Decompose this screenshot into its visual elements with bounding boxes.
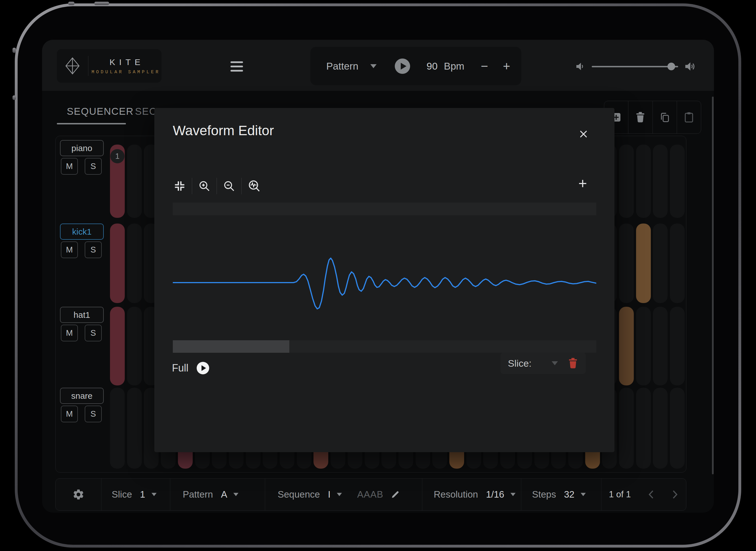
solo-button-piano[interactable]: S [85, 158, 102, 175]
step-cell-kick1-1[interactable] [110, 223, 125, 303]
chevron-left-icon[interactable] [648, 490, 655, 499]
side-button[interactable] [12, 95, 16, 100]
chevron-down-icon[interactable] [552, 361, 558, 365]
track-name-button-hat1[interactable]: hat1 [60, 307, 104, 323]
slice-label: Slice [112, 489, 132, 500]
close-icon[interactable] [577, 128, 590, 140]
step-cell-kick1-31[interactable] [619, 223, 634, 303]
volume-slider-thumb[interactable] [667, 63, 675, 70]
pattern-selector-label[interactable]: Pattern [326, 60, 358, 72]
mute-button-kick1[interactable]: M [61, 241, 78, 258]
menu-icon[interactable] [231, 61, 243, 72]
step-cell-hat1-1[interactable] [110, 307, 125, 386]
settings-button[interactable] [56, 479, 101, 510]
page-pager: 1 of 1 [601, 479, 686, 510]
gear-icon [72, 488, 85, 501]
step-cell-hat1-2[interactable] [127, 307, 142, 386]
resolution-selector[interactable]: Resolution 1/16 [422, 479, 521, 510]
slice-select-panel: Slice: [500, 353, 586, 374]
vertical-scrollbar[interactable] [712, 97, 714, 474]
play-button[interactable] [394, 58, 411, 74]
mute-button-snare[interactable]: M [61, 406, 78, 422]
active-tab-underline [57, 123, 126, 124]
waveform-overview-strip[interactable] [173, 202, 596, 215]
chevron-down-icon[interactable] [370, 64, 376, 68]
zoom-in-icon [198, 180, 211, 192]
step-cell-snare-33[interactable] [653, 388, 668, 469]
zoom-out-icon [223, 180, 235, 192]
volume-down-button[interactable] [94, 2, 109, 5]
step-cell-kick1-2[interactable] [127, 223, 142, 303]
step-cell-kick1-33[interactable] [653, 223, 668, 303]
side-button[interactable] [12, 48, 16, 53]
zoom-out-button[interactable] [221, 180, 237, 192]
solo-button-kick1[interactable]: S [85, 241, 102, 258]
pattern-value: A [221, 489, 227, 500]
copy-pattern-button[interactable] [653, 101, 677, 133]
play-full-label: Full [172, 362, 189, 374]
chevron-down-icon [152, 493, 157, 496]
zoom-waveform-icon [247, 179, 261, 193]
zoom-to-waveform-button[interactable] [246, 179, 262, 193]
tab-sequencer[interactable]: SEQUENCER [67, 106, 134, 117]
chevron-right-icon[interactable] [671, 490, 679, 499]
step-cell-piano-31[interactable] [619, 144, 634, 218]
step-cell-piano-1[interactable]: 1 [110, 144, 125, 218]
add-slice-button[interactable]: + [578, 176, 587, 191]
track-name-button-piano[interactable]: piano [60, 140, 104, 156]
step-cell-piano-32[interactable] [636, 144, 651, 218]
step-cell-snare-31[interactable] [619, 388, 634, 469]
mute-button-piano[interactable]: M [61, 158, 78, 175]
transport-panel: Pattern 90 Bpm − + [310, 47, 521, 85]
solo-button-hat1[interactable]: S [85, 325, 102, 342]
play-full-row: Full [172, 362, 210, 375]
app-title: KITE [105, 57, 145, 67]
track-name-button-kick1[interactable]: kick1 [60, 223, 104, 240]
step-cell-kick1-34[interactable] [670, 223, 685, 303]
slice-select-label: Slice: [508, 358, 531, 369]
chevron-down-icon [233, 493, 238, 496]
paste-pattern-button[interactable] [677, 101, 701, 133]
bpm-decrease-button[interactable]: − [481, 60, 488, 72]
waveform-display[interactable] [173, 215, 596, 338]
delete-pattern-button[interactable] [628, 101, 652, 133]
bpm-unit-label: Bpm [444, 60, 464, 72]
volume-high-icon[interactable] [684, 61, 696, 72]
step-cell-snare-1[interactable] [110, 388, 125, 469]
trash-icon [567, 358, 578, 369]
fit-view-button[interactable] [171, 180, 188, 192]
step-cell-hat1-33[interactable] [653, 307, 668, 386]
step-cell-snare-32[interactable] [636, 388, 651, 469]
step-cell-snare-34[interactable] [670, 388, 685, 469]
step-cell-snare-2[interactable] [127, 388, 142, 469]
volume-low-icon[interactable] [575, 61, 585, 72]
step-cell-piano-33[interactable] [653, 144, 668, 218]
track-name-button-snare[interactable]: snare [60, 388, 104, 404]
step-cell-hat1-32[interactable] [636, 307, 651, 386]
zoom-in-button[interactable] [196, 180, 213, 192]
trash-icon [635, 112, 646, 123]
mute-button-hat1[interactable]: M [61, 325, 78, 342]
pattern-selector[interactable]: Pattern A [170, 479, 265, 510]
step-cell-hat1-34[interactable] [670, 307, 685, 386]
app-subtitle: MODULAR SAMPLER [89, 70, 160, 75]
sequence-value: I [328, 489, 330, 500]
volume-up-button[interactable] [68, 2, 74, 5]
waveform-scrollbar-thumb[interactable] [173, 340, 289, 353]
bpm-increase-button[interactable]: + [503, 60, 510, 72]
volume-slider[interactable] [592, 66, 678, 67]
step-cell-hat1-31[interactable] [619, 307, 634, 386]
bottom-toolbar: Slice 1 Pattern A Sequence I AAAB Resolu… [55, 478, 686, 511]
solo-button-snare[interactable]: S [85, 406, 102, 422]
slice-selector[interactable]: Slice 1 [101, 479, 170, 510]
step-cell-kick1-32[interactable] [636, 223, 651, 303]
sequence-selector[interactable]: Sequence I AAAB [265, 479, 422, 510]
play-full-button[interactable] [196, 362, 210, 375]
waveform-scrollbar[interactable] [173, 340, 596, 353]
bpm-value[interactable]: 90 [427, 60, 438, 72]
delete-slice-button[interactable] [567, 358, 578, 369]
step-cell-piano-34[interactable] [670, 144, 685, 218]
step-cell-piano-2[interactable] [127, 144, 142, 218]
edit-sequence-button[interactable] [391, 490, 400, 499]
steps-selector[interactable]: Steps 32 [521, 479, 601, 510]
